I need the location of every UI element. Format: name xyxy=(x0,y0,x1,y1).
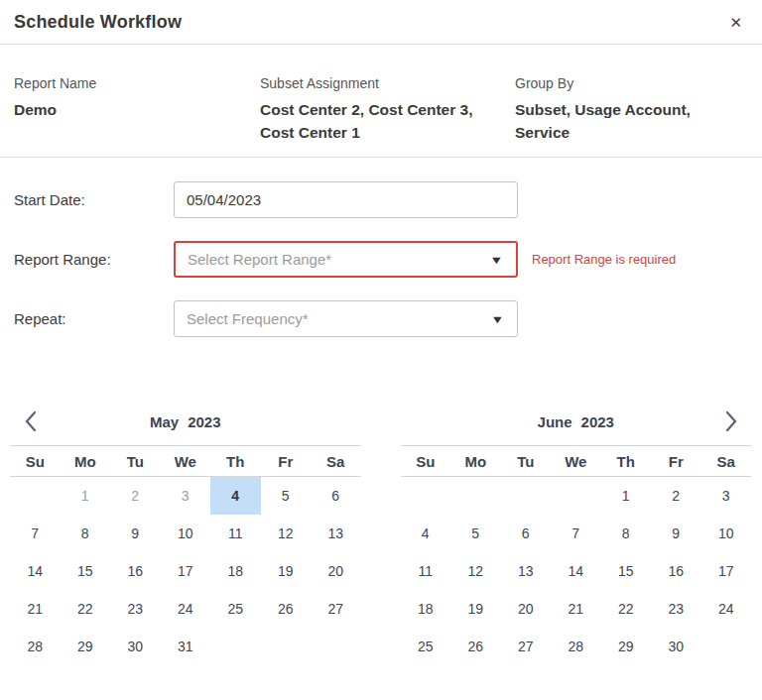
summary-group-by: Group By Subset, Usage Account, Service xyxy=(515,75,748,144)
calendar-day[interactable]: 9 xyxy=(110,515,161,552)
calendar-day[interactable]: 5 xyxy=(261,477,312,515)
report-name-value: Demo xyxy=(14,98,242,121)
calendar-day[interactable]: 29 xyxy=(61,628,111,665)
calendar-day[interactable]: 10 xyxy=(161,515,211,552)
calendar-day[interactable]: 7 xyxy=(10,515,61,552)
calendar-day-empty xyxy=(210,628,261,665)
calendar-day[interactable]: 19 xyxy=(261,552,312,590)
calendar-day[interactable]: 3 xyxy=(161,477,211,515)
calendar-day[interactable]: 26 xyxy=(450,628,501,665)
calendar-day[interactable]: 20 xyxy=(311,552,361,590)
calendar-day[interactable]: 18 xyxy=(401,590,451,628)
calendar-day-empty xyxy=(261,628,312,665)
calendar-day[interactable]: 29 xyxy=(601,628,652,665)
calendar-day[interactable]: 27 xyxy=(501,628,552,665)
calendar-panel: May2023 SuMoTuWeThFrSa 12345678910111213… xyxy=(0,360,762,665)
calendar-day[interactable]: 7 xyxy=(551,515,601,552)
group-by-value: Subset, Usage Account, Service xyxy=(515,98,730,144)
month-name: June xyxy=(538,413,572,430)
start-date-input[interactable] xyxy=(174,181,518,218)
calendar-day[interactable]: 24 xyxy=(701,590,752,628)
calendar-day[interactable]: 3 xyxy=(701,477,752,515)
dialog-title: Schedule Workflow xyxy=(14,12,182,33)
calendar-day[interactable]: 28 xyxy=(551,628,601,665)
weekday-label: Su xyxy=(401,453,451,470)
weekday-label: Mo xyxy=(450,453,501,470)
calendar-day[interactable]: 24 xyxy=(161,590,211,628)
calendar-day[interactable]: 25 xyxy=(210,590,261,628)
weekday-label: Sa xyxy=(311,453,361,470)
calendar-day[interactable]: 11 xyxy=(210,515,261,552)
auto-run-note: This report will automatically run on 05… xyxy=(0,665,762,700)
report-range-label: Report Range: xyxy=(14,251,174,268)
calendar-day[interactable]: 9 xyxy=(651,515,701,552)
calendar-day[interactable]: 22 xyxy=(61,590,111,628)
start-date-label: Start Date: xyxy=(14,191,174,208)
calendar-day[interactable]: 2 xyxy=(651,477,701,515)
calendar-day[interactable]: 18 xyxy=(210,552,261,590)
calendar-day[interactable]: 17 xyxy=(161,552,211,590)
calendar-june: June2023 SuMoTuWeThFrSa 1234567891011121… xyxy=(401,400,752,665)
month-year: 2023 xyxy=(188,413,220,430)
report-range-row: Report Range: Select Report Range* ▼ Rep… xyxy=(14,241,762,278)
calendar-day[interactable]: 21 xyxy=(551,590,601,628)
calendar-day[interactable]: 15 xyxy=(601,552,652,590)
calendar-day[interactable]: 12 xyxy=(261,515,312,552)
calendar-day[interactable]: 8 xyxy=(61,515,111,552)
calendar-day[interactable]: 15 xyxy=(61,552,111,590)
repeat-select[interactable]: Select Frequency* ▼ xyxy=(174,300,518,337)
schedule-workflow-dialog: Schedule Workflow ✕ Report Name Demo Sub… xyxy=(0,0,762,700)
calendar-day[interactable]: 12 xyxy=(450,552,501,590)
calendar-day[interactable]: 13 xyxy=(501,552,552,590)
calendar-day[interactable]: 26 xyxy=(261,590,312,628)
calendar-day-empty xyxy=(501,477,552,515)
calendar-day[interactable]: 2 xyxy=(110,477,161,515)
calendar-day-empty xyxy=(551,477,601,515)
weekday-label: Th xyxy=(210,453,261,470)
calendar-day[interactable]: 10 xyxy=(701,515,752,552)
calendar-day[interactable]: 28 xyxy=(10,628,61,665)
chevron-down-icon: ▼ xyxy=(489,254,503,266)
calendar-day[interactable]: 14 xyxy=(551,552,601,590)
calendar-day[interactable]: 11 xyxy=(401,552,451,590)
calendar-day[interactable]: 16 xyxy=(110,552,161,590)
weekday-label: We xyxy=(551,453,601,470)
calendar-day[interactable]: 16 xyxy=(651,552,701,590)
schedule-form: Start Date: Report Range: Select Report … xyxy=(0,158,762,337)
calendar-day[interactable]: 5 xyxy=(450,515,501,552)
repeat-row: Repeat: Select Frequency* ▼ xyxy=(14,300,762,337)
calendar-day[interactable]: 23 xyxy=(110,590,161,628)
day-grid: 1234567891011121314151617181920212223242… xyxy=(10,477,361,665)
calendar-day-empty xyxy=(401,477,451,515)
calendar-day[interactable]: 1 xyxy=(601,477,652,515)
calendar-day[interactable]: 4 xyxy=(401,515,451,552)
weekday-label: Th xyxy=(601,453,652,470)
calendar-may: May2023 SuMoTuWeThFrSa 12345678910111213… xyxy=(10,400,361,665)
close-icon[interactable]: ✕ xyxy=(725,11,746,34)
calendar-day[interactable]: 21 xyxy=(10,590,61,628)
calendar-day[interactable]: 19 xyxy=(450,590,501,628)
calendar-day[interactable]: 20 xyxy=(501,590,552,628)
calendar-day[interactable]: 30 xyxy=(651,628,701,665)
calendar-day[interactable]: 27 xyxy=(311,590,361,628)
calendar-day[interactable]: 1 xyxy=(61,477,111,515)
calendar-day[interactable]: 13 xyxy=(311,515,361,552)
calendar-day[interactable]: 14 xyxy=(10,552,61,590)
summary-report-name: Report Name Demo xyxy=(14,75,260,144)
calendar-day[interactable]: 6 xyxy=(311,477,361,515)
calendar-day[interactable]: 22 xyxy=(601,590,652,628)
calendar-day-selected[interactable]: 4 xyxy=(210,477,261,515)
calendar-day[interactable]: 23 xyxy=(651,590,701,628)
report-range-placeholder: Select Report Range* xyxy=(188,251,331,268)
report-range-select[interactable]: Select Report Range* ▼ xyxy=(174,241,518,278)
calendar-day[interactable]: 25 xyxy=(401,628,451,665)
prev-month-icon[interactable] xyxy=(10,400,50,443)
weekday-label: Tu xyxy=(501,453,552,470)
next-month-icon[interactable] xyxy=(711,400,751,443)
calendar-day[interactable]: 6 xyxy=(501,515,552,552)
calendar-day[interactable]: 30 xyxy=(110,628,161,665)
calendar-day[interactable]: 31 xyxy=(161,628,211,665)
weekday-label: Tu xyxy=(110,453,161,470)
calendar-day[interactable]: 8 xyxy=(601,515,652,552)
calendar-day[interactable]: 17 xyxy=(701,552,752,590)
